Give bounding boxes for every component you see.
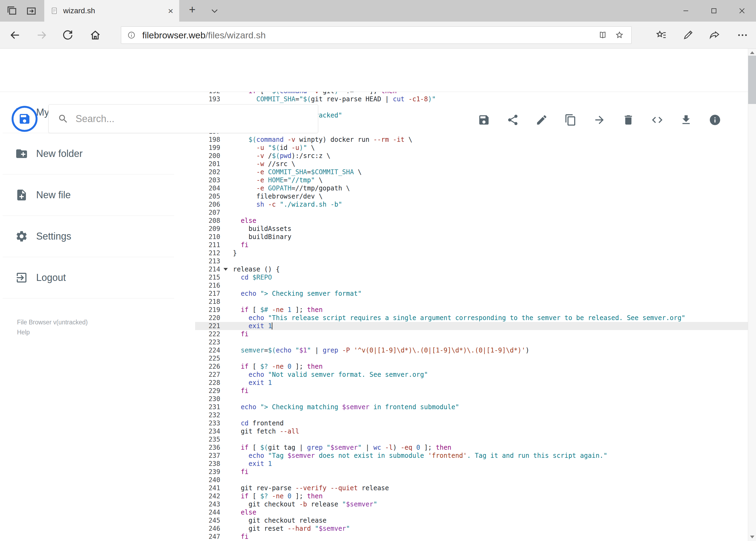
home-icon[interactable] — [89, 29, 102, 41]
code-line[interactable]: 218 — [195, 297, 748, 306]
code-line[interactable]: 209 buildAssets — [195, 225, 748, 233]
code-line[interactable]: 211 fi — [195, 241, 748, 249]
code-line[interactable]: 220 echo "This release script requires a… — [195, 314, 748, 322]
code-text[interactable]: echo "Tag $semver does not exist in subm… — [233, 452, 748, 460]
code-line[interactable]: 225 — [195, 354, 748, 362]
hub-icon[interactable] — [655, 29, 667, 41]
code-line[interactable]: 243 git checkout -b release "$semver" — [195, 500, 748, 508]
code-line[interactable]: 200 -v /$(pwd):/src:z \ — [195, 152, 748, 160]
code-line[interactable]: 237 echo "Tag $semver does not exist in … — [195, 452, 748, 460]
reading-view-icon[interactable] — [598, 30, 608, 40]
code-text[interactable]: echo "This release script requires a sin… — [233, 314, 748, 322]
code-text[interactable] — [233, 281, 748, 289]
code-line[interactable]: 232 — [195, 411, 748, 419]
code-line[interactable]: 228 exit 1 — [195, 379, 748, 387]
fold-caret-icon[interactable] — [223, 268, 228, 270]
browser-tab[interactable]: wizard.sh × — [44, 0, 179, 22]
code-text[interactable]: -e HOME="//tmp" \ — [233, 176, 748, 184]
code-text[interactable]: if [ $(git tag | grep "$semver" | wc -l)… — [233, 443, 748, 452]
code-line[interactable]: 221 exit 1 — [195, 322, 748, 330]
site-info-icon[interactable] — [127, 31, 136, 39]
code-line[interactable]: 223 — [195, 338, 748, 346]
code-text[interactable] — [233, 297, 748, 306]
code-line[interactable]: 226 if [ $? -ne 0 ]; then — [195, 362, 748, 370]
code-line[interactable]: 198 $(command -v winpty) docker run --rm… — [195, 136, 748, 144]
favorite-star-icon[interactable] — [615, 30, 624, 40]
code-text[interactable]: -u "$(id -u)" \ — [233, 144, 748, 152]
code-text[interactable]: fi — [233, 533, 748, 541]
code-line[interactable]: 199 -u "$(id -u)" \ — [195, 144, 748, 152]
new-tab-button[interactable]: + — [189, 3, 196, 16]
code-line[interactable]: 241 git rev-parse --verify --quiet relea… — [195, 484, 748, 492]
code-text[interactable]: git checkout release — [233, 516, 748, 525]
code-text[interactable]: echo "> Checking matching $semver in fro… — [233, 403, 748, 411]
code-text[interactable]: sh -c "./wizard.sh -b" — [233, 201, 748, 209]
code-line[interactable]: 210 buildBinary — [195, 233, 748, 241]
code-line[interactable]: 236 if [ $(git tag | grep "$semver" | wc… — [195, 443, 748, 452]
code-text[interactable]: cd $REPO — [233, 273, 748, 281]
search-input[interactable] — [76, 113, 310, 125]
code-text[interactable]: semver=$(echo "$1" | grep -P '^v(0|[1-9]… — [233, 346, 748, 354]
code-line[interactable]: 244 else — [195, 508, 748, 516]
scrollbar-thumb[interactable] — [748, 56, 756, 104]
code-text[interactable]: fi — [233, 330, 748, 338]
code-line[interactable]: 192 if [ "$(command -v git)" != "" ]; th… — [195, 92, 748, 95]
chevron-down-icon[interactable] — [210, 8, 219, 14]
code-editor[interactable]: 192 if [ "$(command -v git)" != "" ]; th… — [195, 92, 748, 541]
code-text[interactable]: fi — [233, 241, 748, 249]
code-text[interactable] — [233, 354, 748, 362]
vertical-scrollbar[interactable] — [748, 49, 756, 541]
share-icon[interactable] — [709, 29, 721, 41]
code-text[interactable]: fi — [233, 387, 748, 395]
share-button[interactable] — [507, 114, 519, 126]
code-text[interactable]: -v /$(pwd):/src:z \ — [233, 152, 748, 160]
code-line[interactable]: 207 — [195, 209, 748, 217]
code-line[interactable]: 212} — [195, 249, 748, 257]
code-line[interactable]: 230 — [195, 395, 748, 403]
code-text[interactable]: release () { — [233, 265, 748, 273]
code-line[interactable]: 222 fi — [195, 330, 748, 338]
help-link[interactable]: Help — [17, 327, 88, 337]
code-text[interactable] — [233, 338, 748, 346]
download-button[interactable] — [680, 114, 692, 126]
sidebar-item-settings[interactable]: Settings — [3, 216, 174, 257]
code-text[interactable]: else — [233, 217, 748, 225]
ellipsis-icon[interactable] — [737, 29, 748, 41]
code-text[interactable]: git checkout -b release "$semver" — [233, 500, 748, 508]
code-text[interactable]: if [ $# -ne 1 ]; then — [233, 306, 748, 314]
code-line[interactable]: 224 semver=$(echo "$1" | grep -P '^v(0|[… — [195, 346, 748, 354]
code-line[interactable]: 205 filebrowser/dev \ — [195, 192, 748, 201]
code-line[interactable]: 203 -e HOME="//tmp" \ — [195, 176, 748, 184]
code-line[interactable]: 202 -e COMMIT_SHA=$COMMIT_SHA \ — [195, 168, 748, 176]
code-text[interactable] — [233, 476, 748, 484]
scroll-up-icon[interactable] — [750, 51, 754, 54]
code-line[interactable]: 234 git fetch --all — [195, 427, 748, 435]
code-line[interactable]: 217 echo "> Checking semver format" — [195, 289, 748, 297]
code-line[interactable]: 233 cd frontend — [195, 419, 748, 427]
maximize-button[interactable] — [700, 0, 728, 22]
code-text[interactable]: cd frontend — [233, 419, 748, 427]
code-text[interactable]: -w //src \ — [233, 160, 748, 168]
close-window-button[interactable] — [728, 0, 756, 22]
code-line[interactable]: 215 cd $REPO — [195, 273, 748, 281]
code-text[interactable]: echo "Not valid semver format. See semve… — [233, 370, 748, 379]
code-text[interactable]: git reset --hard "$semver" — [233, 525, 748, 533]
delete-button[interactable] — [622, 114, 634, 126]
code-text[interactable]: exit 1 — [233, 460, 748, 468]
filebrowser-logo[interactable] — [12, 106, 38, 132]
code-text[interactable]: } — [233, 249, 748, 257]
code-text[interactable]: fi — [233, 468, 748, 476]
code-line[interactable]: 201 -w //src \ — [195, 160, 748, 168]
code-text[interactable]: $(command -v winpty) docker run --rm -it… — [233, 136, 748, 144]
code-line[interactable]: 208 else — [195, 217, 748, 225]
code-line[interactable]: 214release () { — [195, 265, 748, 273]
scroll-down-icon[interactable] — [750, 536, 754, 538]
minimize-button[interactable] — [672, 0, 700, 22]
code-line[interactable]: 245 git checkout release — [195, 516, 748, 525]
info-button[interactable] — [709, 114, 721, 126]
code-text[interactable] — [233, 209, 748, 217]
code-view-button[interactable] — [651, 114, 663, 126]
code-line[interactable]: 204 -e GOPATH=//tmp/gopath \ — [195, 184, 748, 192]
tab-close-icon[interactable]: × — [168, 6, 173, 15]
code-text[interactable]: buildBinary — [233, 233, 748, 241]
